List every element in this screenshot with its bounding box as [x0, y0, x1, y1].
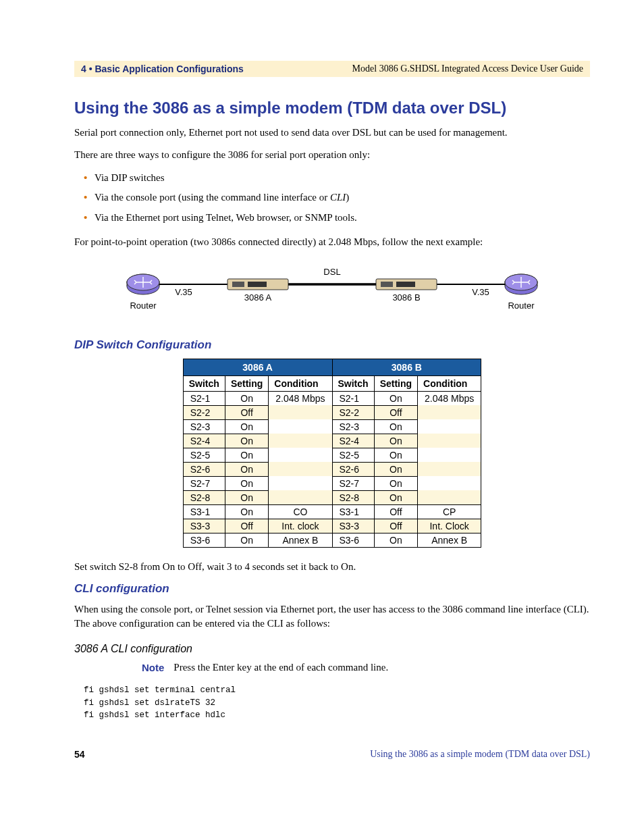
device-label: 3086 A — [244, 292, 272, 303]
table-row: S2-4OnS2-4On — [183, 434, 481, 448]
note-label: Note — [142, 662, 164, 673]
table-group-head: 3086 A — [183, 359, 332, 375]
device-label: 3086 B — [392, 292, 420, 303]
col-head-setting: Setting — [225, 375, 268, 391]
svg-rect-11 — [232, 282, 244, 287]
table-row: S2-7OnS2-7On — [183, 476, 481, 490]
dip-switch-table: 3086 A 3086 B Switch Setting Condition S… — [183, 359, 482, 548]
col-head-condition: Condition — [418, 375, 481, 391]
config-methods-list: Via DIP switches Via the console port (u… — [84, 170, 590, 226]
table-row: S2-1On2.048 MbpsS2-1On2.048 Mbps — [183, 391, 481, 405]
link-label: DSL — [323, 267, 340, 277]
page-footer: 54 Using the 3086 as a simple modem (TDM… — [74, 749, 590, 760]
router-label: Router — [508, 301, 535, 311]
svg-rect-12 — [248, 282, 267, 287]
table-row: S2-3OnS2-3On — [183, 419, 481, 434]
svg-rect-15 — [396, 282, 415, 287]
footer-section: Using the 3086 as a simple modem (TDM da… — [370, 749, 590, 760]
table-row: S3-1OnCOS3-1OffCP — [183, 504, 481, 519]
note-text: Press the Enter key at the end of each c… — [173, 662, 388, 673]
doc-title: Model 3086 G.SHDSL Integrated Access Dev… — [352, 63, 583, 74]
col-head-condition: Condition — [269, 375, 332, 391]
table-row: S2-5OnS2-5On — [183, 448, 481, 462]
page-title: Using the 3086 as a simple modem (TDM da… — [74, 99, 590, 118]
intro-paragraph-3: For point-to-point operation (two 3086s … — [74, 235, 590, 249]
intro-paragraph-2: There are three ways to configure the 30… — [74, 148, 590, 162]
list-item: Via the Ethernet port using Telnet, Web … — [84, 210, 590, 226]
table-row: S2-6OnS2-6On — [183, 462, 481, 476]
page-number: 54 — [74, 749, 85, 760]
col-head-switch: Switch — [183, 375, 225, 391]
table-row: S2-2OffS2-2Off — [183, 405, 481, 419]
table-row: S3-6OnAnnex BS3-6OnAnnex B — [183, 533, 481, 547]
col-head-switch: Switch — [332, 375, 374, 391]
svg-rect-14 — [381, 282, 393, 287]
link-label: V.35 — [472, 287, 489, 297]
table-row: S2-8OnS2-8On — [183, 490, 481, 504]
cli-heading: CLI configuration — [74, 582, 590, 596]
intro-paragraph-1: Serial port connection only, Ethernet po… — [74, 126, 590, 140]
after-table-note: Set switch S2-8 from On to Off, wait 3 t… — [74, 560, 590, 574]
topology-diagram: Router Router V.35 V.35 3086 A 3086 B — [74, 259, 590, 322]
running-header: 4 • Basic Application Configurations Mod… — [74, 61, 590, 77]
note-block: Note Press the Enter key at the end of e… — [142, 662, 590, 673]
cli-commands: fi gshdsl set terminal central fi gshdsl… — [84, 684, 590, 722]
dip-switch-heading: DIP Switch Configuration — [74, 338, 590, 352]
link-label: V.35 — [175, 287, 192, 297]
table-group-head: 3086 B — [332, 359, 481, 375]
cli-intro: When using the console port, or Telnet s… — [74, 602, 590, 631]
router-label: Router — [130, 301, 157, 311]
chapter-label: 4 • Basic Application Configurations — [81, 63, 244, 74]
table-row: S3-3OffInt. clockS3-3OffInt. Clock — [183, 519, 481, 533]
col-head-setting: Setting — [374, 375, 417, 391]
list-item: Via the console port (using the command … — [84, 190, 590, 205]
cli-a-heading: 3086 A CLI configuration — [74, 643, 590, 655]
list-item: Via DIP switches — [84, 170, 590, 186]
